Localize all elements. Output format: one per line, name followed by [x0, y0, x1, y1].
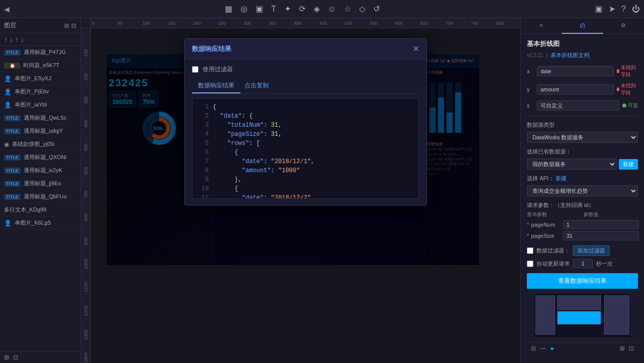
item-badge: TITLE	[4, 181, 21, 187]
ruler-mark: 400	[83, 104, 88, 128]
share-icon[interactable]: ➤	[609, 4, 615, 14]
list-item[interactable]: TITLE 通用标题_jj9Ex	[0, 177, 80, 190]
power-icon[interactable]: ⏻	[632, 5, 640, 14]
y-input[interactable]	[537, 84, 614, 94]
list-item[interactable]: 👤 单图片_PjEbv	[0, 85, 80, 98]
sidebar-bottom-icon1[interactable]: ⊞	[4, 354, 9, 361]
list-item[interactable]: TITLE 通用标题_P47JG	[0, 46, 80, 59]
refresh-icon[interactable]: ⟳	[299, 4, 306, 14]
sidebar-layout-icon-2[interactable]: ⊟	[71, 22, 76, 29]
back-button[interactable]: ◀	[4, 5, 10, 13]
api-section: 选择 API： 新建 查询成交金额增长趋势	[527, 175, 638, 196]
filter-checkbox[interactable]	[192, 66, 199, 73]
chart-icon[interactable]: ▦	[225, 4, 232, 14]
x-input[interactable]	[537, 66, 614, 76]
toolbar-right: ▣ ➤ ? ⏻	[595, 4, 640, 14]
bottom-grid-icon[interactable]: ⊡	[629, 345, 634, 352]
params-title: 请求参数：（支持回调 id）	[527, 201, 638, 209]
param-name-1: pageNum	[531, 222, 561, 228]
arrow-down-2[interactable]: ↓	[21, 35, 24, 43]
line-number: 10	[196, 184, 209, 193]
x-status-dot	[617, 69, 619, 73]
dialog-close-button[interactable]: ✕	[413, 44, 419, 54]
filter2-icon[interactable]: ◈	[314, 4, 320, 14]
ruler-mark: 600	[83, 151, 88, 175]
sidebar-bottom-icon2[interactable]: ⊡	[13, 354, 18, 361]
list-item[interactable]: 👤 单图片_K6LgS	[0, 217, 80, 230]
list-item[interactable]: ⏰ 时间器_e5K7T	[0, 59, 80, 72]
bottom-bar-left-icons: ⊟ — ●	[531, 345, 554, 352]
face-icon[interactable]: ☺	[328, 5, 336, 14]
sidebar-layout-icon-1[interactable]: ⊞	[64, 22, 69, 29]
location-icon[interactable]: ◎	[240, 4, 247, 14]
line-content: "amount": "1000"	[213, 166, 300, 175]
tab-layers[interactable]: ≡	[521, 18, 562, 34]
dialog-title: 数据响应结果	[192, 44, 231, 54]
param-value-1[interactable]	[563, 220, 639, 229]
arrow-down-1[interactable]: ↓	[10, 35, 13, 43]
list-item[interactable]: TITLE 通用标题_QwLSc	[0, 112, 80, 125]
undo-icon[interactable]: ↺	[373, 4, 380, 14]
item-badge: TITLE	[4, 49, 21, 56]
item-badge: ⏰	[4, 63, 20, 69]
list-item[interactable]: TITLE 通用标题_udqjY	[0, 125, 80, 138]
line-number: 3	[196, 121, 209, 130]
bottom-dash-icon[interactable]: —	[540, 345, 546, 352]
auto-update-interval[interactable]	[573, 259, 593, 268]
person-icon: 👤	[4, 88, 12, 95]
text-icon[interactable]: T	[271, 5, 276, 14]
shape-icon[interactable]: ✦	[284, 4, 291, 14]
params-header: 查询参数 参数值	[527, 211, 638, 218]
params-label: 请求参数：（支持回调 id）	[527, 202, 594, 208]
arrow-up-2[interactable]: ↑	[15, 35, 19, 43]
auto-update-row: 自动更新请求 秒一次	[527, 259, 638, 268]
list-item[interactable]: ◉ 基础款饼图_yj05i	[0, 138, 80, 151]
s-status-text: 可选	[628, 102, 638, 109]
s-input[interactable]	[537, 100, 619, 111]
param-value-2[interactable]	[563, 231, 639, 240]
help-icon[interactable]: ?	[621, 5, 626, 14]
list-item[interactable]: TITLE 通用标题_QXONi	[0, 151, 80, 164]
api-new-link[interactable]: 新建	[556, 175, 567, 181]
item-name: 通用标题_ix2yK	[24, 167, 77, 174]
add-filter-button[interactable]: 添加过滤器	[573, 245, 610, 256]
new-source-button[interactable]: 新建	[619, 159, 638, 170]
canvas-content[interactable]: logo图片 某某工厂车间实时状况 ■ 运行指标 23° ■ 实时指标 60° …	[91, 28, 520, 363]
line-number: 11	[196, 193, 209, 199]
list-item[interactable]: 多行文本_KDg98	[0, 203, 80, 217]
line-content: {	[213, 148, 238, 157]
list-item[interactable]: TITLE 通用标题_ix2yK	[0, 164, 80, 177]
tab-settings[interactable]: ⚙	[603, 18, 644, 34]
auto-update-checkbox[interactable]	[527, 261, 533, 267]
datasource-select[interactable]: DataWorks 数据服务	[527, 132, 638, 143]
api-select[interactable]: 查询成交金额增长趋势	[527, 185, 638, 196]
api-row: 查询成交金额增长趋势	[527, 185, 638, 196]
tab-result[interactable]: 数据响应结果	[192, 79, 240, 93]
param-required-2: *	[527, 233, 529, 239]
monitor-icon[interactable]: ▣	[595, 4, 603, 14]
tab-copy[interactable]: 点击复制	[240, 79, 273, 93]
left-sidebar: 图层 ⊞ ⊟ ↑ ↓ ↑ ↓ TITLE 通用标题_P47JG ⏰ 时间器_e5…	[0, 18, 81, 363]
version-link[interactable]: 基本折线图文档	[551, 52, 589, 58]
dialog-tabs: 数据响应结果 点击复制	[192, 79, 419, 94]
arrow-up-1[interactable]: ↑	[4, 35, 8, 43]
star-icon[interactable]: ☆	[344, 4, 351, 14]
list-item[interactable]: 👤 单图片_iaYbl	[0, 98, 80, 112]
toolbar-icons: ▦ ◎ ▣ T ✦ ⟳ ◈ ☺ ☆ ◇ ↺	[18, 4, 587, 14]
filter-enable-checkbox[interactable]	[527, 247, 533, 254]
thumb-block-right	[604, 295, 629, 334]
existing-source-row: 我的数据服务 新建	[527, 159, 638, 170]
existing-source-select[interactable]: 我的数据服务	[527, 159, 617, 170]
media-icon[interactable]: ▣	[256, 4, 263, 14]
pie-icon: ◉	[4, 141, 9, 148]
s-status-dot	[622, 103, 626, 108]
y-status-dot	[617, 87, 619, 91]
list-item[interactable]: 👤 单图片_ESyXJ	[0, 72, 80, 85]
view-response-button[interactable]: 查看数据响应结果	[527, 273, 638, 289]
diamond-icon[interactable]: ◇	[359, 4, 365, 14]
tab-data[interactable]: (/)	[562, 18, 603, 34]
bottom-expand-icon[interactable]: ⊞	[620, 345, 625, 352]
list-item[interactable]: TITLE 通用标题_QbFUo	[0, 190, 80, 203]
auto-update-label: 自动更新请求	[536, 260, 570, 268]
bottom-minus-icon[interactable]: ⊟	[531, 345, 536, 352]
